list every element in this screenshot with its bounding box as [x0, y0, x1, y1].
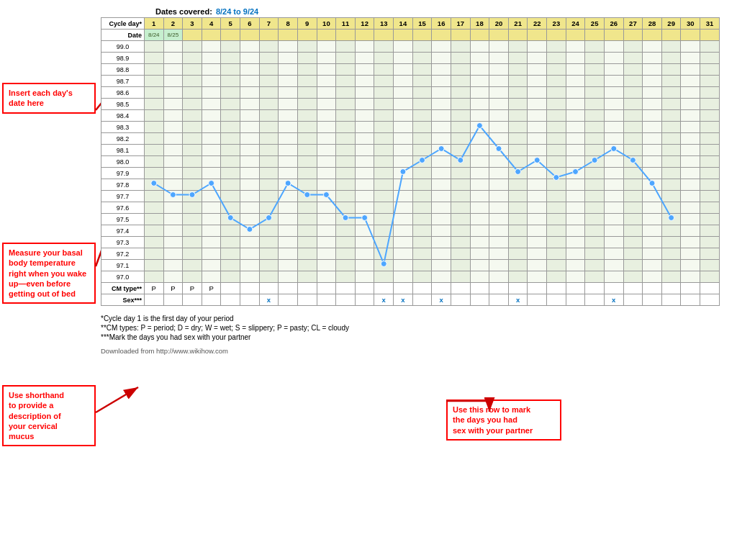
temp-cell-97.7-day-9[interactable]	[297, 191, 317, 202]
temp-cell-97.0-day-22[interactable]	[528, 271, 547, 283]
temp-cell-97.7-day-11[interactable]	[336, 191, 356, 202]
temp-cell-98.4-day-17[interactable]	[451, 110, 470, 122]
temp-cell-98.7-day-2[interactable]	[163, 76, 183, 87]
temp-cell-97.6-day-7[interactable]	[259, 202, 279, 214]
temp-cell-97.9-day-13[interactable]	[374, 168, 394, 179]
temp-cell-98.8-day-31[interactable]	[700, 64, 720, 76]
temp-cell-98.9-day-28[interactable]	[643, 53, 662, 64]
temp-cell-98.4-day-23[interactable]	[547, 110, 566, 122]
temp-cell-97.0-day-20[interactable]	[489, 271, 509, 283]
temp-cell-97.4-day-13[interactable]	[374, 225, 394, 237]
temp-cell-97.2-day-11[interactable]	[336, 248, 356, 260]
temp-cell-97.4-day-16[interactable]	[432, 225, 451, 237]
temp-cell-98.9-day-26[interactable]	[604, 53, 623, 64]
sex-7[interactable]: x	[259, 294, 279, 306]
temp-cell-98.8-day-27[interactable]	[623, 64, 643, 76]
temp-cell-97.1-day-1[interactable]	[144, 260, 163, 271]
temp-cell-98.7-day-10[interactable]	[317, 76, 336, 87]
temp-cell-97.2-day-13[interactable]	[374, 248, 394, 260]
temp-cell-97.5-day-10[interactable]	[317, 214, 336, 225]
temp-cell-98.6-day-31[interactable]	[700, 87, 720, 99]
temp-cell-98.9-day-16[interactable]	[432, 53, 451, 64]
temp-cell-98.7-day-7[interactable]	[259, 76, 279, 87]
temp-cell-99.0-day-20[interactable]	[489, 41, 509, 53]
temp-cell-98.4-day-31[interactable]	[700, 110, 720, 122]
temp-cell-99.0-day-29[interactable]	[661, 41, 681, 53]
sex-10[interactable]	[317, 294, 336, 306]
temp-cell-97.9-day-20[interactable]	[489, 168, 509, 179]
temp-cell-98.8-day-22[interactable]	[528, 64, 547, 76]
temp-cell-98.0-day-27[interactable]	[623, 156, 643, 168]
temp-cell-98.0-day-28[interactable]	[643, 156, 662, 168]
temp-cell-98.6-day-4[interactable]	[202, 87, 221, 99]
temp-cell-98.3-day-17[interactable]	[451, 122, 470, 133]
temp-cell-98.6-day-27[interactable]	[623, 87, 643, 99]
temp-cell-97.8-day-3[interactable]	[183, 179, 202, 191]
temp-cell-98.7-day-27[interactable]	[623, 76, 643, 87]
temp-cell-98.4-day-10[interactable]	[317, 110, 336, 122]
temp-cell-98.2-day-22[interactable]	[528, 133, 547, 145]
temp-cell-97.5-day-21[interactable]	[508, 214, 528, 225]
temp-cell-98.8-day-13[interactable]	[374, 64, 394, 76]
temp-cell-99.0-day-25[interactable]	[585, 41, 605, 53]
temp-cell-97.3-day-10[interactable]	[317, 237, 336, 248]
temp-cell-98.7-day-15[interactable]	[412, 76, 432, 87]
temp-cell-98.1-day-6[interactable]	[240, 145, 260, 156]
temp-cell-97.8-day-17[interactable]	[451, 179, 470, 191]
temp-cell-98.2-day-27[interactable]	[623, 133, 643, 145]
temp-cell-97.7-day-21[interactable]	[508, 191, 528, 202]
temp-cell-98.4-day-20[interactable]	[489, 110, 509, 122]
temp-cell-98.5-day-17[interactable]	[451, 99, 470, 110]
temp-cell-98.6-day-5[interactable]	[221, 87, 240, 99]
temp-cell-97.1-day-30[interactable]	[681, 260, 700, 271]
temp-cell-98.4-day-25[interactable]	[585, 110, 605, 122]
temp-cell-97.0-day-30[interactable]	[681, 271, 700, 283]
temp-cell-97.6-day-2[interactable]	[163, 202, 183, 214]
temp-cell-98.3-day-7[interactable]	[259, 122, 279, 133]
temp-cell-98.7-day-18[interactable]	[470, 76, 489, 87]
temp-cell-97.6-day-6[interactable]	[240, 202, 260, 214]
temp-cell-98.0-day-5[interactable]	[221, 156, 240, 168]
temp-cell-97.0-day-24[interactable]	[566, 271, 585, 283]
temp-cell-97.7-day-1[interactable]	[144, 191, 163, 202]
date-3[interactable]	[183, 30, 202, 41]
temp-cell-97.6-day-16[interactable]	[432, 202, 451, 214]
temp-cell-98.3-day-13[interactable]	[374, 122, 394, 133]
temp-cell-97.9-day-16[interactable]	[432, 168, 451, 179]
temp-cell-97.5-day-17[interactable]	[451, 214, 470, 225]
temp-cell-98.5-day-29[interactable]	[661, 99, 681, 110]
sex-3[interactable]	[183, 294, 202, 306]
temp-cell-97.4-day-4[interactable]	[202, 225, 221, 237]
temp-cell-97.0-day-18[interactable]	[470, 271, 489, 283]
temp-cell-97.4-day-31[interactable]	[700, 225, 720, 237]
temp-cell-99.0-day-23[interactable]	[547, 41, 566, 53]
temp-cell-98.1-day-17[interactable]	[451, 145, 470, 156]
temp-cell-98.9-day-1[interactable]	[144, 53, 163, 64]
temp-cell-98.5-day-2[interactable]	[163, 99, 183, 110]
temp-cell-97.4-day-8[interactable]	[279, 225, 298, 237]
temp-cell-99.0-day-7[interactable]	[259, 41, 279, 53]
temp-cell-98.3-day-30[interactable]	[681, 122, 700, 133]
sex-25[interactable]	[585, 294, 605, 306]
temp-cell-97.2-day-27[interactable]	[623, 248, 643, 260]
temp-cell-98.3-day-5[interactable]	[221, 122, 240, 133]
temp-cell-97.3-day-18[interactable]	[470, 237, 489, 248]
temp-cell-97.3-day-1[interactable]	[144, 237, 163, 248]
temp-cell-97.6-day-17[interactable]	[451, 202, 470, 214]
temp-cell-97.7-day-2[interactable]	[163, 191, 183, 202]
temp-cell-97.6-day-26[interactable]	[604, 202, 623, 214]
temp-cell-98.0-day-26[interactable]	[604, 156, 623, 168]
temp-cell-98.1-day-11[interactable]	[336, 145, 356, 156]
temp-cell-98.8-day-17[interactable]	[451, 64, 470, 76]
date-21[interactable]	[508, 30, 528, 41]
temp-cell-98.9-day-3[interactable]	[183, 53, 202, 64]
temp-cell-97.8-day-27[interactable]	[623, 179, 643, 191]
temp-cell-97.4-day-18[interactable]	[470, 225, 489, 237]
temp-cell-98.3-day-2[interactable]	[163, 122, 183, 133]
temp-cell-98.2-day-12[interactable]	[355, 133, 374, 145]
temp-cell-97.3-day-6[interactable]	[240, 237, 260, 248]
temp-cell-98.2-day-4[interactable]	[202, 133, 221, 145]
temp-cell-97.5-day-16[interactable]	[432, 214, 451, 225]
temp-cell-98.2-day-18[interactable]	[470, 133, 489, 145]
temp-cell-98.0-day-18[interactable]	[470, 156, 489, 168]
